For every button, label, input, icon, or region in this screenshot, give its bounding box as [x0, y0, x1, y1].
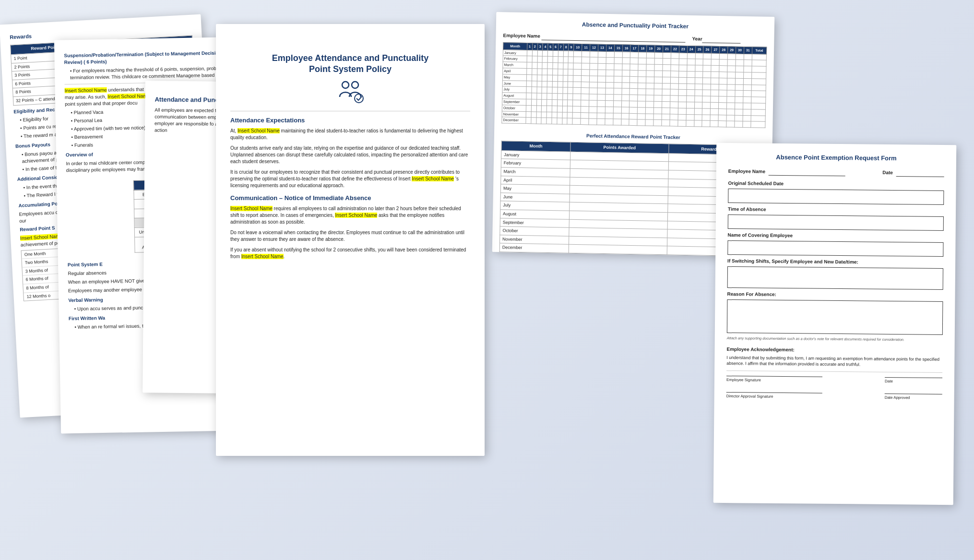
svg-point-1: [352, 82, 358, 88]
form-title: Absence Point Exemption Request Form: [728, 153, 944, 163]
covering-employee-field[interactable]: [727, 240, 943, 257]
communication-header: Communication – Notice of Immediate Abse…: [230, 194, 470, 203]
tracker-title: Absence and Punctuality Point Tracker: [503, 19, 767, 32]
tracker-employee-line: Employee Name Year: [503, 32, 767, 44]
main-policy-title: Employee Attendance and PunctualityPoint…: [240, 53, 461, 75]
employee-sig-line: Employee Signature: [726, 376, 822, 383]
date-sig-line: Date: [885, 377, 942, 384]
director-sig-line: Director Approval Signature: [726, 392, 822, 400]
reason-absence-field[interactable]: [727, 299, 943, 335]
reward-tracker-title: Perfect Attendance Reward Point Tracker: [501, 131, 765, 143]
policy-icon-area: [230, 80, 470, 106]
svg-point-2: [355, 94, 363, 103]
original-date-field[interactable]: [728, 189, 944, 205]
attach-note: Attach any supporting documentation such…: [727, 336, 943, 343]
time-absence-field[interactable]: [728, 214, 944, 231]
document-main-policy: Employee Attendance and PunctualityPoint…: [216, 24, 485, 456]
svg-point-0: [342, 82, 349, 88]
date-approved-line: Date Approved: [885, 393, 942, 401]
switching-shifts-field[interactable]: [727, 266, 943, 290]
document-exemption-form: Absence Point Exemption Request Form Emp…: [713, 143, 957, 505]
people-check-icon: [336, 80, 365, 104]
attendance-expectations-header: Attendance Expectations: [230, 116, 470, 125]
attendance-tracker-table: Month 12345 678910 1112131415 1617181920…: [501, 42, 767, 128]
